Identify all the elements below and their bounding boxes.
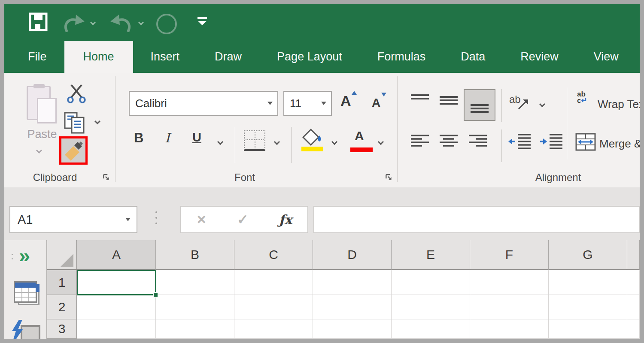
cell-F1[interactable] [470, 270, 549, 295]
cell-C1[interactable] [234, 270, 313, 295]
tab-file[interactable]: File [10, 41, 64, 73]
cell-F2[interactable] [470, 295, 549, 319]
formula-bar-handle[interactable] [155, 211, 157, 224]
name-box[interactable]: A1 [9, 206, 137, 233]
column-header-c[interactable]: C [234, 240, 313, 270]
cell-G2[interactable] [549, 295, 627, 319]
font-name-dropdown-icon[interactable] [267, 102, 273, 105]
underline-dropdown-chevron[interactable] [217, 139, 223, 145]
cell-C3[interactable] [234, 319, 313, 339]
cell-E2[interactable] [392, 295, 470, 319]
clipboard-dialog-launcher[interactable] [102, 173, 111, 182]
font-dialog-launcher[interactable] [385, 173, 393, 182]
font-size-dropdown-icon[interactable] [321, 102, 326, 105]
cell-D1[interactable] [313, 270, 392, 295]
formula-input[interactable] [313, 206, 640, 233]
cell-E3[interactable] [392, 319, 470, 339]
circle-button[interactable] [155, 13, 178, 37]
column-header-b[interactable]: B [156, 240, 234, 270]
tab-home[interactable]: Home [64, 41, 133, 73]
middle-align-button[interactable] [439, 92, 459, 111]
decrease-indent-button[interactable] [507, 133, 532, 152]
tab-review[interactable]: Review [503, 41, 576, 73]
italic-button[interactable]: I [165, 130, 170, 145]
bottom-align-button[interactable] [464, 89, 495, 121]
wrap-text-button[interactable]: ab c↵ [577, 91, 587, 104]
top-align-button[interactable] [410, 93, 430, 109]
borders-button[interactable] [244, 130, 265, 151]
copy-dropdown-chevron[interactable] [94, 118, 100, 124]
insert-function-button[interactable]: ƒx [279, 212, 292, 227]
cell-A2[interactable] [77, 295, 156, 319]
font-name-combobox[interactable]: Calibri [129, 91, 278, 116]
cell-C2[interactable] [234, 295, 313, 319]
align-right-button[interactable] [468, 134, 488, 151]
cell-B3[interactable] [156, 319, 234, 339]
fill-handle[interactable] [153, 292, 158, 298]
tab-page-layout[interactable]: Page Layout [259, 41, 360, 73]
undo-button[interactable] [109, 14, 134, 34]
column-header-e[interactable]: E [392, 240, 470, 270]
redo-dropdown-chevron[interactable] [90, 20, 96, 25]
save-button[interactable] [28, 12, 49, 34]
side-panel-handle[interactable] [12, 254, 13, 259]
fill-color-dropdown-chevron[interactable] [331, 139, 337, 145]
cell-B2[interactable] [156, 295, 234, 319]
enter-button[interactable]: ✓ [237, 211, 249, 228]
cell-E1[interactable] [392, 270, 470, 295]
macro-tool-button[interactable] [9, 320, 41, 339]
row-header-1[interactable]: 1 [47, 270, 77, 295]
tab-data[interactable]: Data [443, 41, 503, 73]
cancel-button[interactable]: ✕ [196, 213, 206, 227]
increase-indent-button[interactable] [539, 133, 564, 152]
column-header-d[interactable]: D [313, 240, 392, 270]
font-size-combobox[interactable]: 11 [283, 91, 332, 116]
cell-B1[interactable] [156, 270, 234, 295]
row-header-3[interactable]: 3 [47, 319, 77, 339]
format-painter-button[interactable] [59, 136, 88, 165]
select-all-button[interactable] [47, 240, 77, 270]
cell-D3[interactable] [313, 319, 392, 339]
borders-dropdown-chevron[interactable] [274, 139, 280, 145]
undo-dropdown-chevron[interactable] [138, 20, 144, 25]
tab-insert[interactable]: Insert [133, 41, 197, 73]
column-header-f[interactable]: F [470, 240, 549, 270]
cell-partial2[interactable] [627, 295, 640, 319]
cell-G3[interactable] [549, 319, 627, 339]
cell-A3[interactable] [77, 319, 156, 339]
cell-D2[interactable] [313, 295, 392, 319]
cell-partial3[interactable] [627, 319, 640, 339]
redo-button[interactable] [61, 14, 86, 34]
font-color-dropdown-chevron[interactable] [378, 139, 384, 145]
tab-formulas[interactable]: Formulas [360, 41, 444, 73]
cell-F3[interactable] [470, 319, 549, 339]
column-header-partial[interactable] [627, 240, 640, 270]
customize-quick-access-button[interactable] [197, 16, 208, 29]
wrap-text-label[interactable]: Wrap Text [598, 98, 640, 111]
tab-view[interactable]: View [576, 41, 636, 73]
fill-color-button[interactable] [301, 128, 323, 148]
increase-font-size-button[interactable]: A [340, 93, 351, 109]
align-left-button[interactable] [410, 134, 430, 151]
name-box-dropdown-icon[interactable] [125, 218, 131, 221]
table-tool-button[interactable] [14, 281, 42, 308]
decrease-font-size-button[interactable]: A [372, 96, 380, 110]
row-header-2[interactable]: 2 [47, 295, 77, 319]
align-center-button[interactable] [439, 134, 459, 151]
cell-G1[interactable] [549, 270, 627, 295]
underline-button[interactable]: U [192, 130, 201, 144]
cell-partial1[interactable] [627, 270, 640, 295]
tab-draw[interactable]: Draw [197, 41, 259, 73]
bold-button[interactable]: B [134, 130, 143, 146]
column-header-g[interactable]: G [549, 240, 627, 270]
paste-dropdown-chevron[interactable] [36, 147, 42, 153]
cut-button[interactable] [66, 83, 87, 105]
orientation-dropdown-chevron[interactable] [539, 101, 545, 107]
column-header-a[interactable]: A [77, 240, 156, 270]
merge-center-button[interactable] [575, 133, 596, 153]
cell-A1[interactable] [77, 270, 156, 295]
expand-panel-button[interactable]: » [19, 244, 30, 267]
merge-center-label[interactable]: Merge & Center [599, 137, 640, 150]
copy-button[interactable] [64, 111, 87, 136]
orientation-button[interactable]: ab [509, 93, 521, 105]
